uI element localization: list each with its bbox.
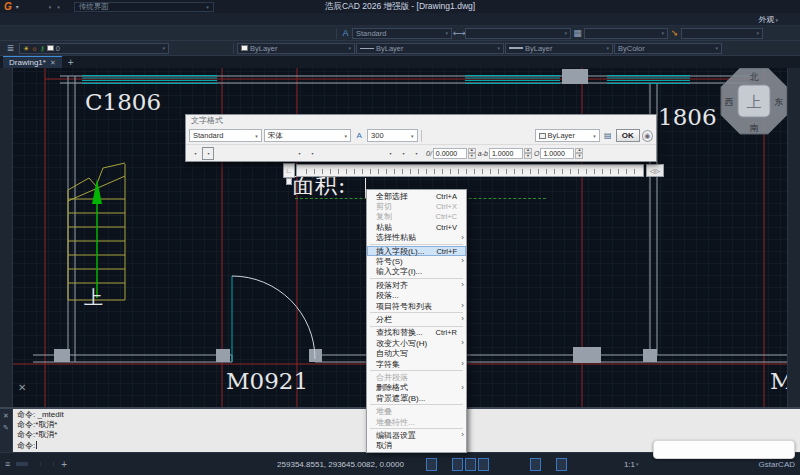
ctx-insert-field[interactable]: 插入字段(L)... Ctrl+F xyxy=(367,246,466,256)
app-logo-icon[interactable]: G xyxy=(4,2,12,12)
numeric-input[interactable]: 0.0000 xyxy=(433,148,467,159)
spinner[interactable]: ▲▼ xyxy=(575,148,583,159)
indent-marker[interactable] xyxy=(286,178,292,185)
mleader-style-icon[interactable]: ➘ xyxy=(669,27,680,40)
subscript-button[interactable] xyxy=(371,147,383,160)
spinner[interactable]: ▲▼ xyxy=(468,148,476,159)
snap-mode-icon[interactable] xyxy=(426,458,437,471)
quick-properties-icon[interactable] xyxy=(569,458,580,471)
uppercase-button[interactable] xyxy=(332,147,344,160)
align-right-button[interactable] xyxy=(254,147,266,160)
italic-button[interactable] xyxy=(437,129,449,142)
viewcube-north[interactable]: 北 xyxy=(750,72,759,82)
ctx-stack[interactable]: 堆叠 xyxy=(367,406,466,416)
tab-close-icon[interactable]: ✕ xyxy=(50,59,56,67)
viewcube-east[interactable]: 东 xyxy=(774,97,784,107)
performance-icon[interactable] xyxy=(728,458,739,471)
model-tab[interactable] xyxy=(16,462,28,466)
dim-style-combo[interactable] xyxy=(465,28,571,39)
layout1-tab[interactable] xyxy=(28,462,41,466)
ctx-copy[interactable]: 复制 Ctrl+C xyxy=(367,212,466,222)
isolate-objects-icon[interactable] xyxy=(715,458,726,471)
qat-redo-icon[interactable] xyxy=(56,2,60,12)
ctx-paste[interactable]: 粘贴 Ctrl+V xyxy=(367,222,466,232)
viewcube-west[interactable]: 西 xyxy=(725,97,734,107)
hardware-acceleration-icon[interactable] xyxy=(689,458,700,471)
mtext-color-combo[interactable]: ByLayer xyxy=(535,129,600,142)
stack-button[interactable] xyxy=(521,129,533,142)
annotation-visibility-icon[interactable] xyxy=(650,458,661,471)
ctx-editor-settings[interactable]: 编辑器设置 xyxy=(367,430,466,440)
lowercase-button[interactable] xyxy=(345,147,357,160)
annotative-button[interactable] xyxy=(485,129,497,142)
logo-caret-icon[interactable]: ▾ xyxy=(16,3,19,10)
object-snap-icon[interactable] xyxy=(465,458,476,471)
grid-display-icon[interactable] xyxy=(413,458,424,471)
annotation-scale-combo[interactable]: 1:1 xyxy=(622,460,641,469)
mtext-font-combo[interactable]: 宋体 xyxy=(264,129,351,142)
mtext-width-handle[interactable]: ◁▷ xyxy=(646,164,664,177)
command-close-icon[interactable]: ✕ xyxy=(3,412,9,420)
ctx-change-case[interactable]: 改变大小写(H) xyxy=(367,338,466,348)
layout-menu-icon[interactable]: ≡ xyxy=(5,459,10,469)
plot-style-combo[interactable]: ByColor xyxy=(614,43,722,54)
dim-style-icon[interactable]: ⟷ xyxy=(453,27,464,40)
text-height-combo[interactable]: 300 xyxy=(367,129,417,142)
transparency-icon[interactable] xyxy=(543,458,554,471)
object-snap-3d-icon[interactable] xyxy=(478,458,489,471)
layer-lock-icon[interactable]: ⚷ xyxy=(40,45,45,52)
lineweight-display-icon[interactable] xyxy=(530,458,541,471)
align-distribute-button[interactable] xyxy=(280,147,292,160)
command-edit-icon[interactable]: ✎ xyxy=(3,424,9,432)
options-menu-button[interactable]: ◉ xyxy=(642,130,653,142)
isodraft-icon[interactable] xyxy=(676,458,687,471)
ctx-symbol[interactable]: 符号(S) xyxy=(367,256,466,266)
clean-screen-icon[interactable] xyxy=(741,458,752,471)
polar-tracking-icon[interactable] xyxy=(452,458,463,471)
ctx-cut[interactable]: 剪切 Ctrl+X xyxy=(367,201,466,211)
ctx-remove-format[interactable]: 删除格式 xyxy=(367,383,466,393)
align-center-button[interactable] xyxy=(241,147,253,160)
insert-field-button[interactable] xyxy=(319,147,331,160)
ctx-select-all[interactable]: 全部选择 Ctrl+A xyxy=(367,191,466,201)
viewcube-south[interactable]: 南 xyxy=(750,123,759,133)
dynamic-ucs-icon[interactable] xyxy=(504,458,515,471)
symbol-button[interactable] xyxy=(384,147,396,160)
ui-mode-combo[interactable]: 传统界面 xyxy=(74,2,214,12)
ctx-stack-properties[interactable]: 堆叠特性... xyxy=(367,417,466,427)
layer-on-icon[interactable]: ☀ xyxy=(23,45,29,52)
superscript-button[interactable] xyxy=(358,147,370,160)
linetype-combo[interactable]: ByLayer xyxy=(356,43,504,54)
text-style-icon[interactable]: A xyxy=(340,27,351,40)
bold-button[interactable] xyxy=(425,129,437,142)
ctx-import-text[interactable]: 输入文字(I)... xyxy=(367,267,466,277)
spinner[interactable]: ▲▼ xyxy=(524,148,532,159)
numeric-input[interactable]: 1.0000 xyxy=(540,148,574,159)
qat-undo-icon[interactable] xyxy=(48,2,52,12)
insert-symbol-button[interactable] xyxy=(397,147,409,160)
mtext-justify-button[interactable] xyxy=(202,147,214,160)
layer-combo[interactable]: ☀ ☼ ⚷ 0 xyxy=(19,43,169,54)
annotative-icon[interactable]: A xyxy=(353,129,365,142)
mleader-style-combo[interactable] xyxy=(681,28,763,39)
paragraph-button[interactable] xyxy=(215,147,227,160)
viewcube-top[interactable]: 上 xyxy=(747,93,762,110)
layer-color-swatch[interactable] xyxy=(47,45,54,51)
ctx-columns[interactable]: 分栏 xyxy=(367,314,466,324)
strikethrough-button[interactable] xyxy=(449,129,461,142)
ctx-paragraph-align[interactable]: 段落对齐 xyxy=(367,280,466,290)
dynamic-input-icon[interactable] xyxy=(517,458,528,471)
lineweight-combo[interactable]: ByLayer xyxy=(505,43,613,54)
appearance-menu[interactable]: 外观 xyxy=(758,14,778,25)
ctx-paste-special[interactable]: 选择性粘贴 xyxy=(367,233,466,243)
ctx-find-replace[interactable]: 查找和替换... Ctrl+R xyxy=(367,328,466,338)
ctx-merge-paragraphs[interactable]: 合并段落 xyxy=(367,372,466,382)
ctx-cancel[interactable]: 取消 xyxy=(367,441,466,451)
lock-ui-icon[interactable] xyxy=(702,458,713,471)
drawing-tab[interactable]: Drawing1* ✕ xyxy=(3,56,62,68)
text-style-combo[interactable]: Standard xyxy=(352,28,452,39)
ruler-toggle-button[interactable]: ▤ xyxy=(602,129,614,142)
numeric-input[interactable]: 1.0000 xyxy=(489,148,523,159)
at-button[interactable] xyxy=(410,147,422,160)
overline-button[interactable] xyxy=(473,129,485,142)
